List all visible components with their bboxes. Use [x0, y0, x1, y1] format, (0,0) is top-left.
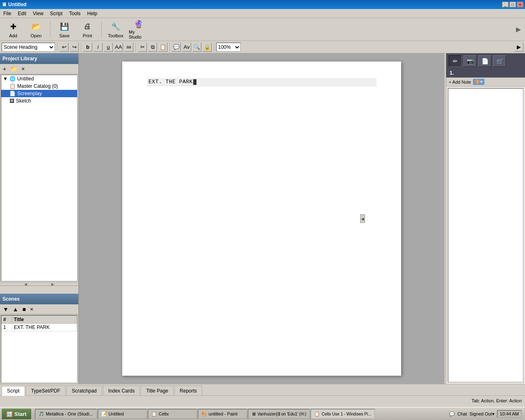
add-button[interactable]: ✚ Add: [2, 20, 24, 39]
tree-label-master-catalog: Master Catalog (0): [17, 83, 58, 89]
taskbar-label-edu: Vanhuizen}$ on 'Edu1' (H:): [258, 412, 306, 416]
bold-button[interactable]: b: [83, 43, 92, 52]
clock: 10:44 AM: [497, 410, 522, 418]
expand-toolbar-button[interactable]: ▶: [514, 43, 523, 52]
scene-number-bar: 1.: [446, 69, 525, 78]
screenplay-icon: 📄: [9, 91, 16, 96]
spellcheck-button[interactable]: Av: [182, 43, 191, 52]
font-bigger-button[interactable]: AA: [114, 43, 123, 52]
tab-scratchpad[interactable]: Scratchpad: [66, 386, 102, 395]
menu-tools[interactable]: Tools: [66, 10, 84, 17]
sketch-icon: 🖼: [9, 98, 14, 104]
print-label: Print: [83, 33, 92, 38]
library-close-button[interactable]: ×: [20, 65, 26, 73]
add-note-button[interactable]: + Add Note: [449, 80, 471, 84]
add-note-bar: + Add Note 🎨▾: [446, 78, 525, 87]
format-sep-2: [81, 43, 81, 52]
col-title: Title: [12, 316, 77, 324]
menu-edit[interactable]: Edit: [14, 10, 30, 17]
taskbar: 🪟 Start 🎵 Metallica - One (Studi... 📝 Un…: [0, 407, 525, 420]
tab-index-cards[interactable]: Index Cards: [103, 386, 140, 395]
tab-title-page[interactable]: Title Page: [141, 386, 173, 395]
scenes-up-button[interactable]: ▲: [11, 306, 20, 313]
taskbar-item-celtxuse[interactable]: 📋 Celtx Use 1 - Windows Pi...: [310, 409, 375, 419]
scenes-down-button[interactable]: ▼: [2, 306, 10, 313]
tree-expand-icon: ▼: [3, 76, 8, 82]
signed-out-label[interactable]: Signed Out▾: [469, 411, 494, 417]
cut-button[interactable]: ✂: [138, 43, 147, 52]
redo-button[interactable]: ↪: [70, 43, 79, 52]
tree-item-master-catalog[interactable]: 📋 Master Catalog (0): [1, 82, 77, 90]
copy-button[interactable]: ⧉: [148, 43, 157, 52]
taskbar-icon-edu: 🖥: [251, 411, 256, 416]
format-sep-1: [57, 43, 57, 52]
expand-icon[interactable]: ▶: [516, 25, 523, 33]
underline-button[interactable]: u: [104, 43, 113, 52]
taskbar-item-metallica[interactable]: 🎵 Metallica - One (Studi...: [35, 409, 97, 419]
menu-view[interactable]: View: [30, 10, 47, 17]
library-folder-button[interactable]: 📁: [9, 65, 18, 73]
tab-script[interactable]: Script: [2, 386, 25, 396]
menu-help[interactable]: Help: [84, 10, 101, 17]
element-type-select[interactable]: Scene Heading Action Character Dialogue …: [2, 43, 55, 52]
chat-label[interactable]: Chat: [457, 411, 467, 416]
lock-button[interactable]: 🔒: [203, 43, 212, 52]
page-canvas: EXT. THE PARK: [122, 62, 401, 376]
menu-script[interactable]: Script: [47, 10, 66, 17]
scene-heading-text[interactable]: EXT. THE PARK: [147, 78, 377, 86]
taskbar-item-edu[interactable]: 🖥 Vanhuizen}$ on 'Edu1' (H:): [248, 409, 310, 419]
undo-button[interactable]: ↩: [59, 43, 68, 52]
tab-typeset[interactable]: TypeSet/PDF: [26, 386, 66, 395]
taskbar-item-paint[interactable]: 🎨 untitled - Paint: [198, 409, 247, 419]
folder-icon: 🌐: [9, 76, 16, 82]
note-area[interactable]: [448, 88, 523, 382]
library-add-button[interactable]: +: [2, 65, 7, 73]
tree-label-screenplay: Screenplay: [17, 91, 42, 96]
taskbar-item-untitled[interactable]: 📝 Untitled: [98, 409, 147, 419]
panel-divider[interactable]: [0, 285, 78, 294]
table-row[interactable]: 1 EXT. THE PARK: [2, 324, 77, 331]
italic-button[interactable]: i: [94, 43, 103, 52]
scenes-table-header: # Title: [2, 316, 77, 324]
camera-tool-button[interactable]: 📷: [463, 55, 477, 67]
cart-tool-button[interactable]: 🛒: [493, 55, 506, 67]
start-button[interactable]: 🪟 Start: [2, 409, 31, 419]
comment-button[interactable]: 💬: [172, 43, 181, 52]
scenes-stop-button[interactable]: ■: [21, 306, 27, 313]
right-resize-arrow[interactable]: ◀: [360, 215, 365, 223]
add-icon: ✚: [7, 21, 19, 32]
pen-tool-button[interactable]: ✏: [449, 55, 462, 67]
format-toolbar: Scene Heading Action Character Dialogue …: [0, 41, 525, 53]
scenes-table: # Title 1 EXT. THE PARK: [1, 315, 77, 331]
tree-item-sketch[interactable]: 🖼 Sketch: [1, 97, 77, 105]
save-label: Save: [59, 33, 69, 38]
tree-item-screenplay[interactable]: 📄 Screenplay: [1, 90, 77, 97]
tab-reports[interactable]: Reports: [174, 386, 202, 395]
open-button[interactable]: 📂 Open: [25, 20, 47, 39]
menu-file[interactable]: File: [0, 10, 14, 17]
print-button[interactable]: 🖨 Print: [77, 20, 98, 39]
open-label: Open: [31, 33, 42, 38]
add-label: Add: [9, 33, 17, 38]
document-tool-button[interactable]: 📄: [478, 55, 491, 67]
mystudio-icon: 🔮: [133, 20, 144, 29]
scenes-header: Scenes: [0, 294, 78, 304]
toolbox-button[interactable]: 🔧 Toolbox: [105, 20, 126, 39]
title-bar-controls[interactable]: _ □ ×: [502, 2, 523, 7]
save-button[interactable]: 💾 Save: [54, 20, 75, 39]
zoom-select[interactable]: 50% 75% 100% 125% 150%: [216, 43, 241, 52]
right-tool-bar: ✏ 📷 📄 🛒: [446, 53, 525, 69]
font-smaller-button[interactable]: aa: [124, 43, 133, 52]
maximize-button[interactable]: □: [509, 2, 516, 7]
scenes-close-button[interactable]: ×: [29, 306, 34, 313]
open-icon: 📂: [30, 21, 42, 32]
minimize-button[interactable]: _: [502, 2, 509, 7]
close-button[interactable]: ×: [517, 2, 523, 7]
script-editor[interactable]: EXT. THE PARK: [79, 53, 444, 384]
taskbar-item-celtx[interactable]: 📋 Celtx: [148, 409, 197, 419]
paste-button[interactable]: 📋: [158, 43, 167, 52]
note-color-button[interactable]: 🎨▾: [473, 79, 484, 85]
mystudio-button[interactable]: 🔮 My Studio: [128, 20, 149, 39]
tree-item-untitled[interactable]: ▼ 🌐 Untitled: [1, 75, 77, 82]
search-button[interactable]: 🔍: [192, 43, 201, 52]
